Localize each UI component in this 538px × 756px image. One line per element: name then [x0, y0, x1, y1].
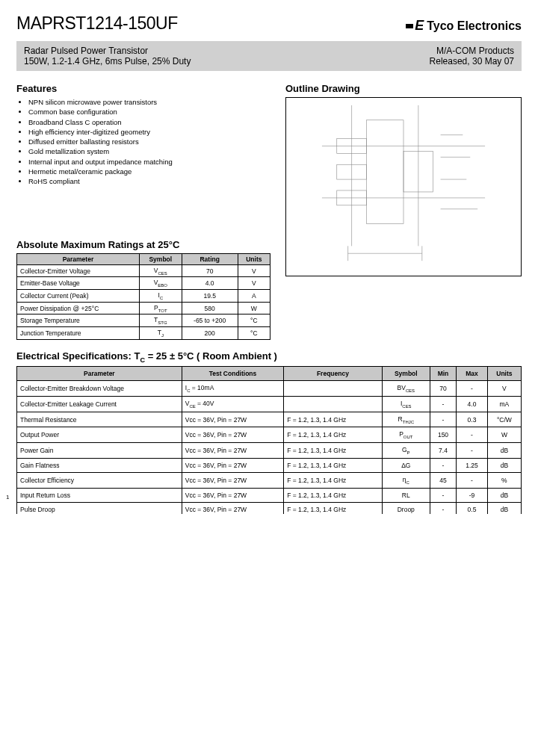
- elec-table: ParameterTest ConditionsFrequencySymbolM…: [16, 366, 522, 513]
- part-number: MAPRST1214-150UF: [16, 13, 178, 34]
- outline-drawing: [285, 97, 522, 276]
- ratings-header-cell: Rating: [182, 253, 238, 264]
- subheader-bar: Radar Pulsed Power Transistor 150W, 1.2-…: [16, 41, 522, 71]
- ratings-row: Power Dissipation @ +25°CPTOT580W: [17, 302, 270, 315]
- feature-item: Diffused emitter ballasting resistors: [28, 137, 270, 146]
- elec-row: Pulse DroopVcc = 36V, Pin = 27WF = 1.2, …: [17, 502, 522, 514]
- company-logo: E Tyco Electronics: [406, 18, 522, 34]
- features-column: Features NPN silicon microwave power tra…: [16, 78, 270, 340]
- elec-row: Power GainVcc = 36V, Pin = 27WF = 1.2, 1…: [17, 443, 522, 459]
- upper-columns: Features NPN silicon microwave power tra…: [16, 78, 522, 340]
- elec-header-cell: Frequency: [284, 367, 383, 381]
- ratings-row: Storage TemperatureTSTG-65 to +200°C: [17, 315, 270, 327]
- elec-header-cell: Min: [430, 367, 456, 381]
- subheader-left: Radar Pulsed Power Transistor 150W, 1.2-…: [24, 46, 191, 66]
- product-line: M/A-COM Products: [430, 46, 514, 56]
- elec-row: Collector-Emitter Leakage CurrentVCE = 4…: [17, 397, 522, 412]
- ratings-row: Collector Current (Peak)IC19.5A: [17, 290, 270, 303]
- logo-icon: E: [406, 18, 424, 34]
- company-name: Tyco Electronics: [427, 19, 522, 33]
- ratings-row: Junction TemperatureTJ200°C: [17, 327, 270, 340]
- feature-item: Internal input and output impedance matc…: [28, 157, 270, 167]
- feature-item: NPN silicon microwave power transistors: [28, 97, 270, 107]
- ratings-table: ParameterSymbolRatingUnits Collector-Emi…: [16, 253, 270, 340]
- product-spec: 150W, 1.2-1.4 GHz, 6ms Pulse, 25% Duty: [24, 56, 191, 66]
- elec-row: Output PowerVcc = 36V, Pin = 27WF = 1.2,…: [17, 427, 522, 443]
- elec-row: Collector-Emitter Breakdown VoltageIC = …: [17, 381, 522, 397]
- elec-row: Collector EfficiencyVcc = 36V, Pin = 27W…: [17, 472, 522, 488]
- subheader-right: M/A-COM Products Released, 30 May 07: [430, 46, 514, 66]
- release-date: Released, 30 May 07: [430, 56, 514, 66]
- svg-rect-0: [366, 120, 404, 224]
- feature-item: Hermetic metal/ceramic package: [28, 167, 270, 176]
- outline-heading: Outline Drawing: [285, 83, 522, 94]
- package-diagram-icon: [286, 98, 521, 276]
- product-title: Radar Pulsed Power Transistor: [24, 46, 191, 56]
- ratings-header-cell: Symbol: [139, 253, 182, 264]
- elec-header-cell: Symbol: [382, 367, 430, 381]
- elec-header-cell: Parameter: [17, 367, 182, 381]
- elec-header-cell: Test Conditions: [182, 367, 283, 381]
- ratings-header-cell: Parameter: [17, 253, 140, 264]
- page-header: MAPRST1214-150UF E Tyco Electronics: [16, 13, 522, 34]
- ratings-header-cell: Units: [238, 253, 270, 264]
- page-number: 1: [6, 494, 522, 501]
- elec-row: Gain FlatnessVcc = 36V, Pin = 27WF = 1.2…: [17, 458, 522, 472]
- feature-item: Gold metallization system: [28, 146, 270, 156]
- feature-item: High efficiency inter-digitized geometry: [28, 127, 270, 137]
- ratings-row: Collector-Emitter VoltageVCES70V: [17, 264, 270, 277]
- features-heading: Features: [16, 83, 270, 94]
- feature-item: Broadband Class C operation: [28, 117, 270, 127]
- ratings-row: Emitter-Base VoltageVEBO4.0V: [17, 277, 270, 290]
- elec-heading-text: Electrical Specifications: T: [16, 350, 140, 362]
- feature-item: RoHS compliant: [28, 176, 270, 186]
- elec-heading-rest: = 25 ± 5°C ( Room Ambient ): [145, 350, 277, 362]
- features-list: NPN silicon microwave power transistorsC…: [28, 97, 270, 187]
- feature-item: Common base configuration: [28, 107, 270, 117]
- outline-column: Outline Drawing: [285, 78, 522, 340]
- ratings-heading: Absolute Maximum Ratings at 25°C: [16, 239, 270, 250]
- elec-heading: Electrical Specifications: TC = 25 ± 5°C…: [16, 350, 522, 364]
- elec-header-cell: Max: [457, 367, 488, 381]
- elec-row: Thermal ResistanceVcc = 36V, Pin = 27WF …: [17, 412, 522, 427]
- elec-header-cell: Units: [487, 367, 521, 381]
